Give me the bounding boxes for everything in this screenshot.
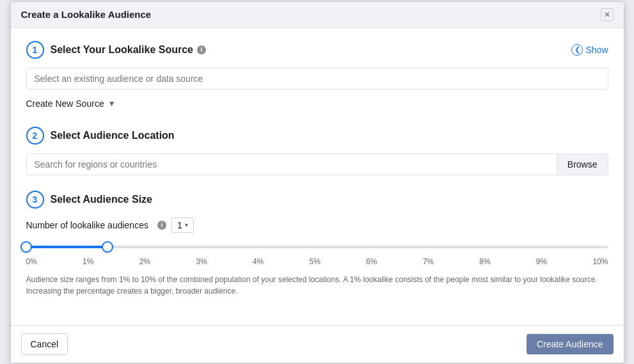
browse-button[interactable]: Browse [557,154,608,175]
chevron-left-icon: ❮ [571,44,583,56]
slider-thumb-left[interactable] [20,241,32,253]
size-controls: Number of lookalike audiences i 1 ▾ [26,218,608,233]
slider-section: 0% 1% 2% 3% 4% 5% 6% 7% 8% 9% 10% Audien… [26,246,608,297]
slider-container [26,246,608,248]
slider-label-6: 6% [366,257,377,266]
step-1-circle: 1 [26,41,44,59]
number-value: 1 [177,220,182,230]
slider-fill [26,246,107,248]
close-button[interactable]: ✕ [601,8,614,21]
slider-description: Audience size ranges from 1% to 10% of t… [26,274,608,297]
modal-title: Create a Lookalike Audience [21,9,152,20]
section-1-header: 1 Select Your Lookalike Source i ❮ Show [26,41,608,59]
modal-body: 1 Select Your Lookalike Source i ❮ Show … [11,28,624,325]
section-3-title: Select Audience Size [51,194,152,205]
cancel-button[interactable]: Cancel [21,333,68,355]
show-label: Show [585,45,608,55]
create-lookalike-modal: Create a Lookalike Audience ✕ 1 Select Y… [10,1,624,363]
location-input-row: Browse [26,154,608,175]
number-label: Number of lookalike audiences [26,220,148,230]
section-3-header: 3 Select Audience Size [26,191,608,209]
slider-label-5: 5% [309,257,320,266]
section-3: 3 Select Audience Size Number of lookali… [26,191,608,297]
slider-label-3: 3% [196,257,207,266]
section-1-info-icon[interactable]: i [197,45,206,54]
slider-label-7: 7% [423,257,434,266]
slider-label-9: 9% [536,257,547,266]
slider-label-0: 0% [26,257,37,266]
section-2-title: Select Audience Location [51,130,175,141]
modal-footer: Cancel Create Audience [11,325,624,363]
step-3-circle: 3 [26,191,44,209]
slider-thumb-right[interactable] [102,241,113,253]
create-new-source-label: Create New Source [26,99,104,109]
slider-label-10: 10% [592,257,608,266]
slider-labels: 0% 1% 2% 3% 4% 5% 6% 7% 8% 9% 10% [26,257,608,266]
dropdown-arrow-icon: ▼ [108,99,116,108]
number-select[interactable]: 1 ▾ [171,218,194,233]
show-link[interactable]: ❮ Show [571,44,608,56]
slider-label-4: 4% [253,257,264,266]
create-new-source-button[interactable]: Create New Source ▼ [26,96,116,111]
create-audience-button[interactable]: Create Audience [527,334,614,354]
section-1: 1 Select Your Lookalike Source i ❮ Show … [26,41,608,111]
source-input[interactable] [26,68,608,90]
section-2: 2 Select Audience Location Browse [26,127,608,175]
slider-label-8: 8% [479,257,490,266]
step-2-circle: 2 [26,127,44,145]
section-1-title: Select Your Lookalike Source [51,44,194,56]
section-2-header: 2 Select Audience Location [26,127,608,145]
slider-label-2: 2% [139,257,150,266]
number-info-icon[interactable]: i [157,221,166,230]
slider-track [26,246,608,248]
slider-label-1: 1% [83,257,93,266]
location-input[interactable] [27,154,557,175]
modal-header: Create a Lookalike Audience ✕ [11,2,624,28]
dropdown-triangle-icon: ▾ [185,221,188,228]
close-icon: ✕ [604,10,610,19]
